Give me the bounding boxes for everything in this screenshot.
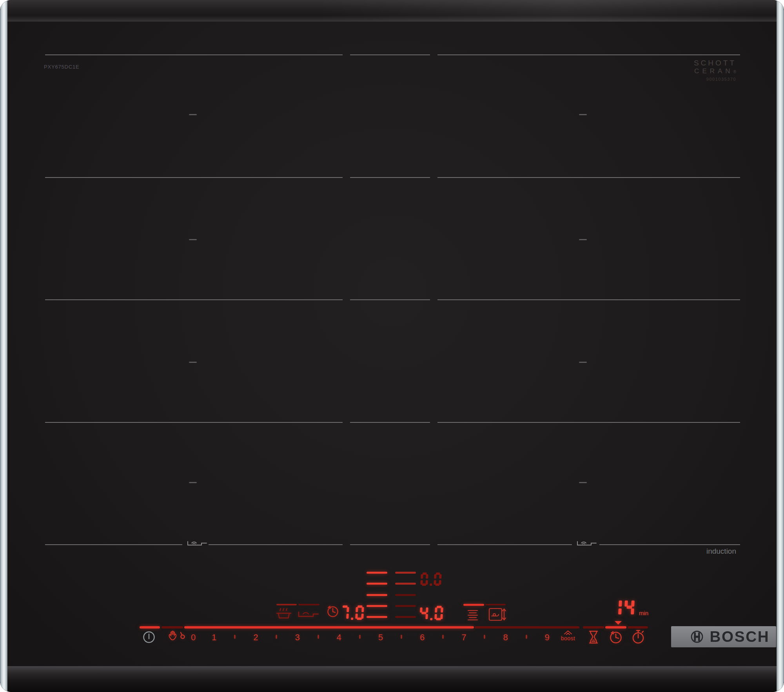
timer-track-a (583, 626, 604, 629)
zone-line (350, 544, 430, 545)
top-bevel (0, 0, 784, 22)
slider-tick (276, 635, 277, 639)
level-key-1[interactable]: 1 (212, 632, 216, 643)
product-photo: PXY675DC1E SCHOTT CERAN® 9001035370 indu… (0, 0, 784, 692)
schott-ceran-logo: SCHOTT CERAN® 9001035370 (694, 59, 736, 82)
flex-segment-bar (395, 594, 416, 596)
zone-line (350, 177, 430, 178)
zone-center-marker (189, 362, 197, 363)
hand-lock-icon[interactable] (166, 629, 185, 646)
slider-tick (401, 635, 402, 639)
schott-line1: SCHOTT (694, 59, 736, 67)
left-zone-bar-b (298, 604, 319, 605)
hourglass-icon[interactable] (586, 630, 601, 646)
right-zone-display (420, 606, 445, 620)
flex-lines-icon[interactable] (467, 609, 478, 622)
flex-segment-bar (367, 572, 387, 574)
induction-label: induction (666, 547, 736, 556)
level-key-3[interactable]: 3 (295, 632, 299, 643)
pot-steam-icon (275, 607, 293, 621)
timer-pointer-icon (615, 621, 622, 625)
zone-center-marker (579, 482, 587, 483)
clock-arrow-icon (326, 605, 339, 620)
flex-segment-bar (367, 616, 387, 618)
zone-line (45, 54, 343, 55)
timer-display (612, 598, 637, 616)
model-label: PXY675DC1E (44, 64, 79, 70)
zone-line (350, 54, 430, 55)
level-key-5[interactable]: 5 (378, 632, 383, 643)
flex-segment-bar (367, 605, 387, 607)
zone-center-marker (189, 482, 197, 483)
zone-line (45, 177, 343, 178)
zone-center-marker (189, 114, 197, 115)
bosch-armature-icon (690, 630, 704, 645)
zone-center-marker (579, 362, 587, 363)
flex-select-bar-on (463, 604, 484, 606)
right-flex-indicator (395, 572, 416, 619)
flex-segment-bar (395, 616, 416, 618)
level-key-4[interactable]: 4 (337, 632, 341, 643)
power-track-dim (162, 626, 183, 629)
power-track-on (140, 626, 160, 629)
level-track-inactive[interactable] (475, 626, 579, 629)
brand-wordmark: BOSCH (710, 629, 770, 645)
power-button[interactable] (142, 630, 156, 645)
level-key-7[interactable]: 7 (461, 632, 466, 643)
slider-tick (443, 635, 444, 639)
ceran-glass (7, 21, 777, 667)
left-zone-display (341, 605, 366, 620)
zone-line (45, 544, 182, 545)
zone-center-marker (579, 114, 587, 115)
zone-line (350, 422, 430, 423)
schott-line2: CERAN® (694, 67, 736, 75)
timer-clock-icon[interactable] (608, 630, 623, 646)
slider-tick (318, 635, 319, 639)
left-flex-indicator (367, 572, 387, 619)
zone-line (209, 544, 343, 545)
pan-detect-icon (187, 540, 207, 548)
zone-center-marker (189, 239, 197, 240)
zone-line (45, 422, 343, 423)
boost-key[interactable]: boost (561, 635, 575, 641)
level-key-0[interactable]: 0 (191, 632, 196, 643)
left-trim (0, 0, 7, 692)
induction-hob: PXY675DC1E SCHOTT CERAN® 9001035370 indu… (0, 0, 784, 692)
zone-line (45, 299, 343, 300)
timer-unit-label: min (639, 610, 648, 616)
flex-segment-bar (395, 583, 416, 585)
timer-track-c (628, 626, 648, 629)
schott-code: 9001035370 (694, 77, 736, 82)
stopwatch-icon[interactable] (631, 629, 646, 646)
pan-detect-icon (577, 540, 597, 548)
flex-segment-bar (367, 583, 387, 585)
slider-tick (359, 635, 360, 639)
zone-line (437, 177, 740, 178)
slider-tick (234, 635, 236, 639)
pan-move-icon[interactable] (488, 608, 507, 623)
registered-mark: ® (733, 70, 736, 74)
zone-line (437, 422, 740, 423)
pan-wave-icon (298, 609, 319, 620)
level-key-9[interactable]: 9 (545, 632, 550, 643)
rear-zone-display (421, 572, 443, 586)
zone-line (350, 299, 430, 300)
level-key-8[interactable]: 8 (503, 632, 508, 643)
level-track-active[interactable] (184, 626, 474, 629)
flex-select-bar-dim (485, 604, 506, 605)
zone-line (599, 544, 740, 545)
flex-segment-bar (367, 594, 387, 596)
level-key-2[interactable]: 2 (253, 632, 258, 643)
timer-track-selected (605, 626, 626, 629)
slider-tick (526, 635, 527, 639)
level-key-6[interactable]: 6 (420, 632, 425, 643)
bottom-bevel (0, 666, 784, 692)
zone-line (437, 54, 740, 55)
zone-center-marker (579, 239, 587, 240)
flex-segment-bar (395, 572, 416, 574)
right-trim (777, 0, 784, 692)
zone-line (437, 544, 572, 545)
left-zone-bar-a (276, 604, 297, 605)
flex-segment-bar (395, 605, 416, 607)
brand-plate: BOSCH (671, 626, 776, 647)
